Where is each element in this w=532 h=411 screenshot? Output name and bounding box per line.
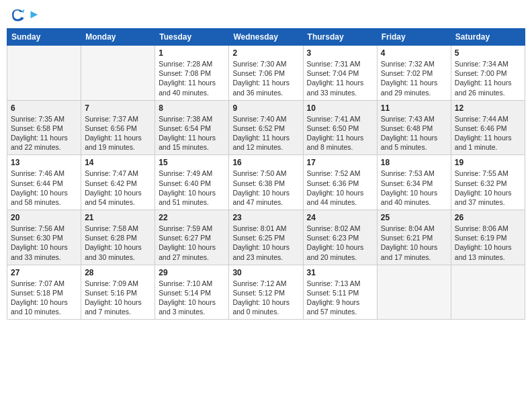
day-number: 18 [381, 158, 447, 167]
day-number: 31 [307, 268, 373, 277]
day-number: 5 [455, 48, 521, 58]
calendar-cell: 4Sunrise: 7:32 AM Sunset: 7:02 PM Daylig… [377, 46, 451, 101]
weekday-header-sunday: Sunday [7, 29, 81, 46]
calendar-cell: 2Sunrise: 7:30 AM Sunset: 7:06 PM Daylig… [229, 46, 303, 101]
calendar-cell: 15Sunrise: 7:49 AM Sunset: 6:40 PM Dayli… [155, 155, 229, 210]
day-number: 20 [11, 213, 77, 222]
day-info: Sunrise: 8:06 AM Sunset: 6:19 PM Dayligh… [455, 224, 521, 262]
day-info: Sunrise: 7:35 AM Sunset: 6:58 PM Dayligh… [11, 114, 77, 152]
calendar-cell: 25Sunrise: 8:04 AM Sunset: 6:21 PM Dayli… [377, 210, 451, 265]
calendar-cell: 30Sunrise: 7:12 AM Sunset: 5:12 PM Dayli… [229, 265, 303, 320]
day-number: 16 [232, 158, 299, 167]
day-info: Sunrise: 8:02 AM Sunset: 6:23 PM Dayligh… [307, 224, 373, 262]
day-info: Sunrise: 7:43 AM Sunset: 6:48 PM Dayligh… [381, 114, 447, 152]
day-number: 9 [232, 103, 299, 113]
day-info: Sunrise: 7:56 AM Sunset: 6:30 PM Dayligh… [11, 224, 77, 262]
day-info: Sunrise: 7:44 AM Sunset: 6:46 PM Dayligh… [455, 114, 521, 152]
calendar-cell: 3Sunrise: 7:31 AM Sunset: 7:04 PM Daylig… [303, 46, 377, 101]
day-number: 7 [85, 103, 151, 113]
calendar-cell: 21Sunrise: 7:58 AM Sunset: 6:28 PM Dayli… [81, 210, 155, 265]
day-info: Sunrise: 7:58 AM Sunset: 6:28 PM Dayligh… [85, 224, 151, 262]
day-info: Sunrise: 7:34 AM Sunset: 7:00 PM Dayligh… [455, 59, 521, 97]
day-info: Sunrise: 7:59 AM Sunset: 6:27 PM Dayligh… [159, 224, 225, 262]
calendar-cell: 27Sunrise: 7:07 AM Sunset: 5:18 PM Dayli… [7, 265, 81, 320]
calendar-cell: 8Sunrise: 7:38 AM Sunset: 6:54 PM Daylig… [155, 100, 229, 155]
day-info: Sunrise: 7:49 AM Sunset: 6:40 PM Dayligh… [159, 169, 225, 207]
calendar-cell: 22Sunrise: 7:59 AM Sunset: 6:27 PM Dayli… [155, 210, 229, 265]
day-info: Sunrise: 7:50 AM Sunset: 6:38 PM Dayligh… [232, 169, 299, 207]
calendar-cell: 12Sunrise: 7:44 AM Sunset: 6:46 PM Dayli… [451, 100, 525, 155]
calendar-cell: 18Sunrise: 7:53 AM Sunset: 6:34 PM Dayli… [377, 155, 451, 210]
calendar-cell: 13Sunrise: 7:46 AM Sunset: 6:44 PM Dayli… [7, 155, 81, 210]
day-number: 14 [85, 158, 151, 167]
day-info: Sunrise: 7:31 AM Sunset: 7:04 PM Dayligh… [307, 59, 373, 97]
weekday-header-thursday: Thursday [303, 29, 377, 46]
day-info: Sunrise: 7:40 AM Sunset: 6:52 PM Dayligh… [232, 114, 299, 152]
day-number: 22 [159, 213, 225, 222]
day-info: Sunrise: 7:13 AM Sunset: 5:11 PM Dayligh… [307, 279, 373, 317]
day-number: 29 [159, 268, 225, 277]
day-info: Sunrise: 7:12 AM Sunset: 5:12 PM Dayligh… [232, 279, 299, 317]
calendar-week-3: 13Sunrise: 7:46 AM Sunset: 6:44 PM Dayli… [7, 155, 525, 210]
day-number: 17 [307, 158, 373, 167]
calendar-cell: 6Sunrise: 7:35 AM Sunset: 6:58 PM Daylig… [7, 100, 81, 155]
weekday-header-saturday: Saturday [451, 29, 525, 46]
calendar-week-2: 6Sunrise: 7:35 AM Sunset: 6:58 PM Daylig… [7, 100, 525, 155]
calendar-cell: 29Sunrise: 7:10 AM Sunset: 5:14 PM Dayli… [155, 265, 229, 320]
day-number: 26 [455, 213, 521, 222]
day-info: Sunrise: 7:52 AM Sunset: 6:36 PM Dayligh… [307, 169, 373, 207]
calendar-cell [7, 46, 81, 101]
day-info: Sunrise: 7:10 AM Sunset: 5:14 PM Dayligh… [159, 279, 225, 317]
day-info: Sunrise: 7:37 AM Sunset: 6:56 PM Dayligh… [85, 114, 151, 152]
calendar-cell: 26Sunrise: 8:06 AM Sunset: 6:19 PM Dayli… [451, 210, 525, 265]
calendar-cell: 17Sunrise: 7:52 AM Sunset: 6:36 PM Dayli… [303, 155, 377, 210]
day-number: 2 [232, 48, 299, 58]
weekday-header-tuesday: Tuesday [155, 29, 229, 46]
calendar-cell: 14Sunrise: 7:47 AM Sunset: 6:42 PM Dayli… [81, 155, 155, 210]
day-number: 8 [159, 103, 225, 113]
calendar-week-4: 20Sunrise: 7:56 AM Sunset: 6:30 PM Dayli… [7, 210, 525, 265]
day-info: Sunrise: 7:53 AM Sunset: 6:34 PM Dayligh… [381, 169, 447, 207]
calendar-cell: 23Sunrise: 8:01 AM Sunset: 6:25 PM Dayli… [229, 210, 303, 265]
calendar-cell: 19Sunrise: 7:55 AM Sunset: 6:32 PM Dayli… [451, 155, 525, 210]
calendar-cell: 31Sunrise: 7:13 AM Sunset: 5:11 PM Dayli… [303, 265, 377, 320]
day-number: 28 [85, 268, 151, 277]
day-number: 6 [11, 103, 77, 113]
day-info: Sunrise: 8:04 AM Sunset: 6:21 PM Dayligh… [381, 224, 447, 262]
day-number: 27 [11, 268, 77, 277]
logo: ► [9, 7, 40, 23]
calendar-cell: 1Sunrise: 7:28 AM Sunset: 7:08 PM Daylig… [155, 46, 229, 101]
day-info: Sunrise: 7:55 AM Sunset: 6:32 PM Dayligh… [455, 169, 521, 207]
day-info: Sunrise: 7:41 AM Sunset: 6:50 PM Dayligh… [307, 114, 373, 152]
day-info: Sunrise: 7:28 AM Sunset: 7:08 PM Dayligh… [159, 59, 225, 97]
day-number: 11 [381, 103, 447, 113]
day-info: Sunrise: 7:07 AM Sunset: 5:18 PM Dayligh… [11, 279, 77, 317]
calendar-cell: 16Sunrise: 7:50 AM Sunset: 6:38 PM Dayli… [229, 155, 303, 210]
weekday-header-monday: Monday [81, 29, 155, 46]
day-info: Sunrise: 7:38 AM Sunset: 6:54 PM Dayligh… [159, 114, 225, 152]
day-number: 24 [307, 213, 373, 222]
day-info: Sunrise: 7:32 AM Sunset: 7:02 PM Dayligh… [381, 59, 447, 97]
day-number: 25 [381, 213, 447, 222]
day-info: Sunrise: 7:47 AM Sunset: 6:42 PM Dayligh… [85, 169, 151, 207]
calendar-cell: 20Sunrise: 7:56 AM Sunset: 6:30 PM Dayli… [7, 210, 81, 265]
header: ► [7, 7, 525, 23]
day-info: Sunrise: 7:09 AM Sunset: 5:16 PM Dayligh… [85, 279, 151, 317]
day-info: Sunrise: 7:46 AM Sunset: 6:44 PM Dayligh… [11, 169, 77, 207]
day-number: 1 [159, 48, 225, 58]
weekday-header-wednesday: Wednesday [229, 29, 303, 46]
day-number: 3 [307, 48, 373, 58]
calendar-cell [377, 265, 451, 320]
day-info: Sunrise: 7:30 AM Sunset: 7:06 PM Dayligh… [232, 59, 299, 97]
calendar-week-1: 1Sunrise: 7:28 AM Sunset: 7:08 PM Daylig… [7, 46, 525, 101]
calendar-cell [451, 265, 525, 320]
day-number: 30 [232, 268, 299, 277]
day-number: 10 [307, 103, 373, 113]
calendar-week-5: 27Sunrise: 7:07 AM Sunset: 5:18 PM Dayli… [7, 265, 525, 320]
calendar-cell: 11Sunrise: 7:43 AM Sunset: 6:48 PM Dayli… [377, 100, 451, 155]
day-number: 13 [11, 158, 77, 167]
calendar-cell: 7Sunrise: 7:37 AM Sunset: 6:56 PM Daylig… [81, 100, 155, 155]
day-info: Sunrise: 8:01 AM Sunset: 6:25 PM Dayligh… [232, 224, 299, 262]
logo-icon [9, 7, 26, 23]
calendar-cell: 5Sunrise: 7:34 AM Sunset: 7:00 PM Daylig… [451, 46, 525, 101]
